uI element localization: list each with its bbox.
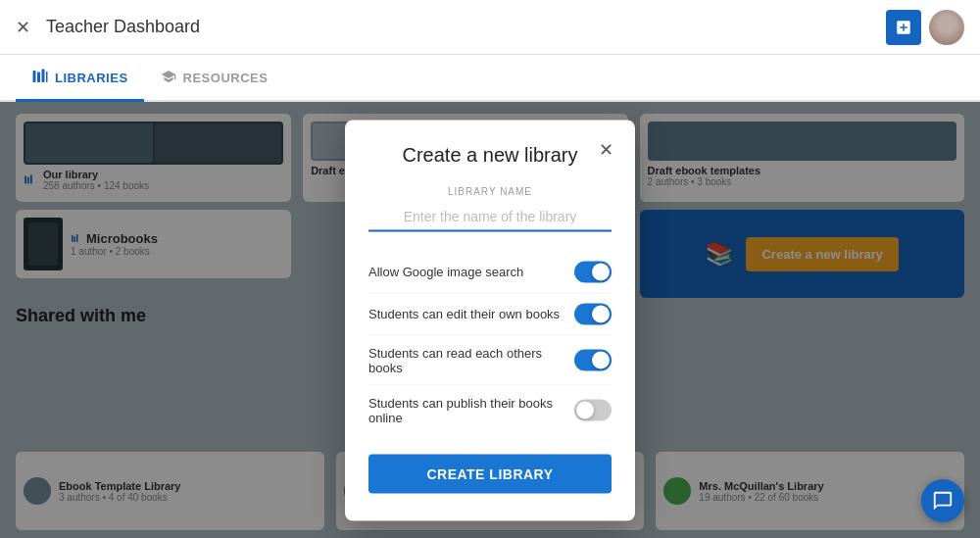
read-others-toggle-row: Students can read each others books [368,335,612,385]
close-button[interactable]: ✕ [16,17,30,38]
library-name-label: LIBRARY NAME [368,185,612,196]
topbar-icons [886,10,964,45]
publish-online-label: Students can publish their books online [368,395,574,424]
app-title: Teacher Dashboard [46,17,886,37]
modal-title: Create a new library [403,143,578,166]
resources-icon [160,69,177,87]
create-library-modal: Create a new library ✕ LIBRARY NAME Allo… [345,120,635,520]
tab-libraries[interactable]: LIBRARIES [16,69,144,102]
svg-rect-1 [37,73,40,83]
modal-header: Create a new library ✕ [368,143,612,166]
libraries-icon [31,69,49,87]
svg-rect-3 [46,72,48,82]
svg-rect-0 [33,71,36,82]
publish-online-toggle-row: Students can publish their books online [368,385,612,434]
add-icon-button[interactable] [886,10,921,45]
user-avatar[interactable] [929,10,964,45]
read-others-label: Students can read each others books [368,345,574,374]
topbar: ✕ Teacher Dashboard [0,0,980,55]
read-others-toggle[interactable] [574,349,612,370]
library-name-input[interactable] [368,202,612,231]
google-image-label: Allow Google image search [368,265,574,279]
resources-tab-label: RESOURCES [183,71,269,85]
modal-close-button[interactable]: ✕ [592,135,619,163]
tab-resources[interactable]: RESOURCES [144,69,284,102]
google-image-toggle[interactable] [574,261,612,282]
publish-online-toggle[interactable] [574,399,612,420]
svg-rect-2 [42,70,45,83]
chat-button[interactable] [921,479,964,522]
libraries-tab-label: LIBRARIES [55,71,128,85]
edit-books-toggle[interactable] [574,303,612,324]
edit-books-toggle-row: Students can edit their own books [368,293,612,335]
google-image-toggle-row: Allow Google image search [368,251,612,293]
nav-tabs: LIBRARIES RESOURCES [0,55,980,102]
main-content: Our library 258 authors • 124 books Draf… [0,102,980,538]
create-library-button[interactable]: Create library [368,454,612,493]
edit-books-label: Students can edit their own books [368,307,574,321]
